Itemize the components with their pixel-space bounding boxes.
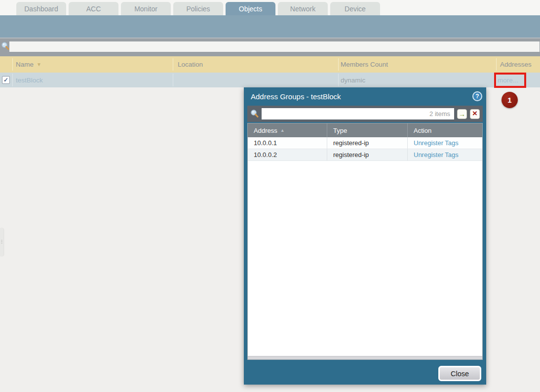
dialog-table: Address ▲ Type Action 10.0.0.1 registere…: [247, 123, 483, 360]
action-cell: Unregister Tags: [408, 137, 482, 149]
top-tab-bar: Dashboard ACC Monitor Policies Objects N…: [0, 0, 540, 15]
tab-policies[interactable]: Policies: [173, 2, 223, 15]
row-divider: [496, 74, 497, 86]
unregister-tags-link[interactable]: Unregister Tags: [414, 151, 459, 158]
column-header-name-label: Name: [16, 61, 34, 68]
dialog-table-header: Address ▲ Type Action: [248, 123, 482, 137]
sidebar-collapse-handle[interactable]: [0, 228, 3, 256]
address-cell: 10.0.0.2: [248, 149, 327, 160]
horizontal-scrollbar[interactable]: [248, 356, 482, 359]
apply-filter-button[interactable]: →: [457, 109, 467, 119]
search-input[interactable]: [9, 41, 540, 52]
row-addresses-more-link[interactable]: more...: [498, 73, 518, 87]
dialog-search-input[interactable]: [262, 109, 429, 119]
tab-dashboard[interactable]: Dashboard: [16, 2, 66, 15]
clear-x-icon: ×: [472, 109, 477, 118]
items-count-label: 2 items: [429, 110, 454, 118]
header-divider: [12, 58, 13, 71]
dialog-search-bar: 2 items → ×: [247, 106, 483, 122]
column-header-address-label: Address: [254, 127, 277, 134]
app-window: Dashboard ACC Monitor Policies Objects N…: [0, 0, 540, 392]
tab-network[interactable]: Network: [278, 2, 328, 15]
row-divider: [173, 74, 173, 86]
row-divider: [12, 74, 13, 86]
help-icon[interactable]: ?: [472, 91, 482, 101]
table-row-testblock[interactable]: ✓ testBlock dynamic more...: [0, 73, 540, 87]
column-header-addresses[interactable]: Addresses: [500, 56, 532, 73]
clear-filter-button[interactable]: ×: [470, 109, 480, 119]
dialog-title: Address Groups - testBlock: [251, 87, 341, 106]
row-members-count-value: dynamic: [341, 73, 365, 87]
column-header-type[interactable]: Type: [327, 123, 408, 137]
tab-device[interactable]: Device: [330, 2, 380, 15]
header-divider: [496, 58, 497, 71]
column-header-members-count[interactable]: Members Count: [341, 56, 388, 73]
column-header-name[interactable]: Name ▼: [16, 56, 41, 73]
tab-acc[interactable]: ACC: [69, 2, 118, 15]
type-cell: registered-ip: [327, 149, 408, 160]
table-row[interactable]: 10.0.0.2 registered-ip Unregister Tags: [248, 149, 482, 161]
tab-objects[interactable]: Objects: [226, 2, 275, 15]
arrow-right-icon: →: [459, 111, 465, 118]
search-icon: [250, 109, 259, 118]
column-header-address[interactable]: Address ▲: [248, 123, 327, 137]
header-divider: [338, 58, 339, 71]
annotation-step-badge: 1: [501, 92, 518, 108]
sort-asc-icon: ▲: [280, 128, 285, 133]
objects-table-header: Name ▼ Location Members Count Addresses: [0, 56, 540, 73]
address-cell: 10.0.0.1: [248, 137, 327, 149]
row-divider: [338, 74, 339, 86]
table-row[interactable]: 10.0.0.1 registered-ip Unregister Tags: [248, 137, 482, 149]
search-icon: [1, 41, 9, 51]
row-name-link[interactable]: testBlock: [16, 73, 43, 87]
row-checkbox[interactable]: ✓: [2, 76, 10, 84]
close-button[interactable]: Close: [438, 366, 481, 381]
unregister-tags-link[interactable]: Unregister Tags: [414, 139, 459, 147]
column-header-action[interactable]: Action: [408, 123, 482, 137]
column-header-location[interactable]: Location: [178, 56, 203, 73]
main-nav-tabs: Dashboard ACC Monitor Policies Objects N…: [16, 2, 380, 15]
header-divider: [173, 58, 173, 71]
address-groups-dialog: Address Groups - testBlock ? 2 items → ×: [244, 87, 486, 385]
dialog-search-field[interactable]: 2 items: [262, 108, 454, 119]
tab-monitor[interactable]: Monitor: [121, 2, 171, 15]
sort-desc-icon: ▼: [37, 62, 41, 67]
action-cell: Unregister Tags: [408, 149, 482, 160]
type-cell: registered-ip: [327, 137, 408, 149]
secondary-nav-band: [0, 15, 540, 38]
